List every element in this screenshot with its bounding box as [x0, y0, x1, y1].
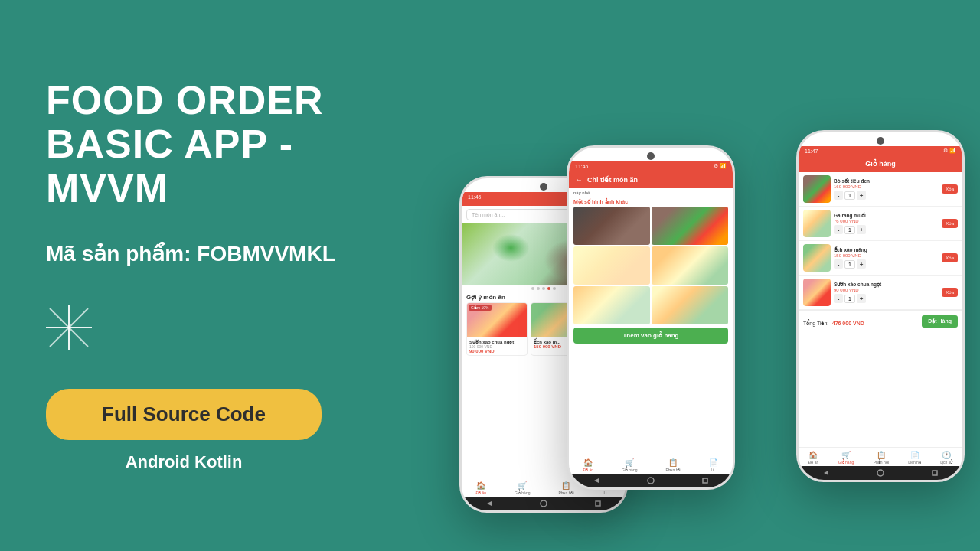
cart-total-bar: Tổng Tiền: 476 000 VND Đặt Hàng [799, 310, 962, 332]
cart-item-1: Bò sốt tiêu đen 160 000 VND - 1 + Xóa [799, 172, 962, 207]
total-label-text: Tổng Tiền: [803, 321, 828, 326]
phone2-title: Chi tiết món ăn [587, 176, 638, 184]
p2-nav-more[interactable]: 📄 Li... [709, 458, 718, 472]
nav-more-label: Li... [603, 491, 609, 495]
cart-item3-plus[interactable]: + [857, 259, 866, 269]
p2-nav-more-icon: 📄 [709, 458, 718, 467]
nav-cart-icon: 🛒 [518, 481, 527, 490]
phone3-camera [877, 137, 884, 145]
p3-home-btn[interactable] [875, 468, 886, 478]
nav-food[interactable]: 🏠 Đồ ăn [475, 481, 486, 495]
p3-nav-feedback-icon: 📋 [877, 451, 886, 459]
p3-nav-cart[interactable]: 🛒 Giỏ hàng [838, 451, 854, 465]
p3-nav-feedback[interactable]: 📋 Phản hồi [874, 451, 889, 465]
phone3-android-nav [799, 466, 962, 480]
cart-item1-info: Bò sốt tiêu đen 160 000 VND - 1 + [834, 178, 939, 200]
phone3-status-bar: 11:47 ⚙ 📶 [799, 146, 962, 155]
cart-item3-delete[interactable]: Xóa [942, 253, 958, 262]
phone2-bottom-nav: 🏠 Đồ ăn 🛒 Giỏ hàng 📋 Phản hồi 📄 Li... [569, 455, 733, 474]
p3-nav-contact-label: Liên hệ [908, 460, 921, 465]
back-arrow[interactable]: ← [575, 175, 583, 184]
phone1-search-placeholder: Tên món ăn... [472, 212, 505, 217]
photo-5 [573, 286, 650, 324]
cart-item2-plus[interactable]: + [857, 225, 866, 234]
add-to-cart-button[interactable]: Thêm vào giỏ hàng [573, 328, 728, 344]
cart-item2-delete[interactable]: Xóa [942, 219, 958, 228]
product-code-label: Mã sản phẩm: [46, 242, 191, 266]
cart-item3-name: Ếch xào măng [834, 247, 939, 253]
p2-nav-feedback[interactable]: 📋 Phản hồi [665, 458, 681, 472]
cart-item2-qty: - 1 + [834, 225, 939, 234]
photo-6 [652, 286, 728, 324]
p3-back-btn[interactable] [821, 468, 831, 478]
full-source-code-button[interactable]: Full Source Code [46, 389, 322, 440]
cart-item3-price: 150 000 VND [834, 253, 939, 258]
p2-nav-cart-icon: 🛒 [625, 458, 634, 467]
cart-item4-name: Sườn xào chua ngọt [834, 282, 939, 288]
p3-nav-contact[interactable]: 📄 Liên hệ [908, 451, 921, 465]
svg-rect-9 [703, 478, 707, 483]
p3-nav-history[interactable]: 🕐 Lịch sử [940, 451, 952, 465]
p3-nav-food[interactable]: 🏠 Đồ ăn [808, 451, 819, 465]
dot-3 [542, 287, 545, 290]
cart-item4-price: 90 000 VND [834, 288, 939, 292]
cart-item-4: Sườn xào chua ngọt 90 000 VND - 1 + Xóa [799, 276, 962, 310]
cart-item2-minus[interactable]: - [834, 225, 843, 234]
cart-item2-info: Gà rang muối 76 000 VND - 1 + [834, 213, 939, 234]
p2-recents-btn[interactable] [700, 475, 710, 486]
cart-item1-image [803, 175, 831, 203]
cart-item-3: Ếch xào măng 150 000 VND - 1 + Xóa [799, 241, 962, 276]
dot-4 [547, 287, 550, 290]
p2-back-btn[interactable] [591, 475, 602, 486]
subtitle: Android Kotlin [46, 452, 322, 472]
phone1-time: 11:45 [468, 194, 482, 200]
photo-2 [652, 207, 728, 245]
food1-discount: Giảm 10% [469, 305, 492, 311]
cart-item1-delete[interactable]: Xóa [942, 184, 958, 194]
home-btn[interactable] [538, 498, 549, 509]
cart-item3-minus[interactable]: - [834, 259, 843, 269]
food1-name: Sườn xào chua ngọt [469, 339, 524, 344]
recents-btn[interactable] [593, 498, 603, 509]
svg-rect-6 [596, 501, 600, 506]
cart-item4-minus[interactable]: - [834, 294, 843, 303]
svg-rect-12 [933, 471, 937, 475]
nav-food-icon: 🏠 [476, 481, 485, 490]
phone2-time: 11:46 [575, 164, 589, 169]
cart-item-2: Gà rang muối 76 000 VND - 1 + Xóa [799, 207, 962, 241]
cart-item4-delete[interactable]: Xóa [942, 288, 958, 297]
total-amount-value: 476 000 VND [832, 321, 864, 326]
p3-nav-contact-icon: 📄 [910, 451, 920, 459]
back-btn[interactable] [484, 498, 495, 509]
svg-point-11 [877, 470, 884, 476]
nav-cart[interactable]: 🛒 Giỏ hàng [514, 481, 531, 495]
phone3-icons: ⚙ 📶 [943, 148, 956, 154]
p3-nav-cart-icon: 🛒 [841, 451, 851, 459]
cart-item3-value: 1 [844, 260, 855, 269]
order-button[interactable]: Đặt Hàng [922, 315, 958, 328]
p3-recents-btn[interactable] [929, 468, 940, 478]
cart-item1-name: Bò sốt tiêu đen [834, 178, 939, 184]
dot-1 [531, 287, 534, 290]
photo-3 [573, 246, 650, 285]
p3-nav-food-icon: 🏠 [808, 451, 818, 459]
cta-button-label: Full Source Code [102, 403, 266, 425]
cart-item3-image [803, 244, 831, 272]
dot-2 [537, 287, 540, 290]
phone2-icons: ⚙ 📶 [714, 163, 727, 169]
product-code: Mã sản phẩm: FOBMVVMKL [46, 241, 383, 266]
phone3-appbar: Giỏ hàng [799, 155, 962, 172]
cart-item2-image [803, 210, 831, 237]
p2-nav-food[interactable]: 🏠 Đồ ăn [583, 458, 593, 472]
cart-item4-plus[interactable]: + [857, 294, 866, 303]
cart-item1-minus[interactable]: - [834, 191, 843, 200]
phone2-desc: này nhé [569, 188, 733, 197]
food-card-1[interactable]: Giảm 10% Sườn xào chua ngọt 100 000 VND … [466, 302, 528, 356]
p2-nav-cart[interactable]: 🛒 Giỏ hàng [622, 458, 638, 472]
cart-item4-qty: - 1 + [834, 294, 939, 303]
phone-2: 11:46 ⚙ 📶 ← Chi tiết món ăn này nhé Một … [567, 145, 735, 490]
cart-item1-plus[interactable]: + [857, 191, 866, 200]
cart-item3-qty: - 1 + [834, 259, 939, 269]
p2-home-btn[interactable] [645, 475, 656, 486]
cart-item4-image [803, 279, 831, 306]
